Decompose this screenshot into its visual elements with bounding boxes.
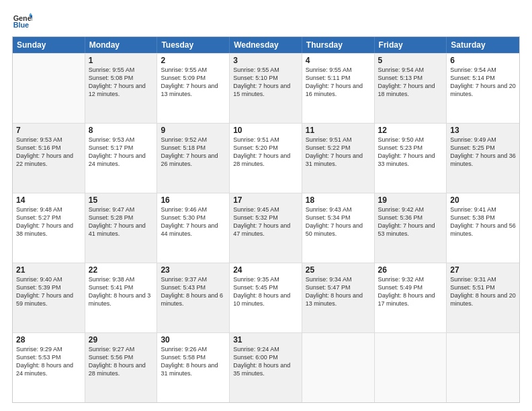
daylight-text: Daylight: 7 hours and 50 minutes. (306, 222, 371, 238)
sunset-text: Sunset: 5:20 PM (233, 144, 298, 152)
sunset-text: Sunset: 5:56 PM (89, 353, 154, 361)
calendar-body: 1Sunrise: 9:55 AMSunset: 5:08 PMDaylight… (13, 53, 519, 402)
day-number: 13 (450, 126, 516, 135)
sunset-text: Sunset: 5:13 PM (378, 74, 443, 82)
sunset-text: Sunset: 5:34 PM (306, 214, 371, 222)
daylight-text: Daylight: 8 hours and 20 minutes. (450, 291, 516, 308)
table-row: 23Sunrise: 9:37 AMSunset: 5:43 PMDayligh… (157, 263, 230, 332)
table-row: 16Sunrise: 9:46 AMSunset: 5:30 PMDayligh… (157, 193, 230, 263)
day-number: 3 (233, 56, 298, 65)
day-header-saturday: Saturday (447, 37, 519, 53)
sunset-text: Sunset: 5:30 PM (161, 214, 226, 222)
sunrise-text: Sunrise: 9:32 AM (378, 275, 443, 283)
day-number: 17 (233, 195, 298, 205)
sunrise-text: Sunrise: 9:55 AM (161, 66, 226, 74)
day-number: 9 (161, 126, 226, 135)
sunset-text: Sunset: 6:00 PM (233, 353, 298, 361)
daylight-text: Daylight: 7 hours and 56 minutes. (450, 222, 516, 238)
svg-text:Blue: Blue (13, 21, 29, 29)
day-number: 1 (89, 56, 154, 65)
sunrise-text: Sunrise: 9:55 AM (306, 66, 371, 74)
day-number: 29 (89, 335, 154, 345)
sunset-text: Sunset: 5:18 PM (161, 144, 226, 152)
day-number: 28 (16, 335, 81, 345)
sunset-text: Sunset: 5:36 PM (378, 214, 443, 222)
table-row (447, 333, 519, 402)
day-number: 14 (16, 195, 81, 205)
day-number: 2 (161, 56, 226, 65)
sunset-text: Sunset: 5:49 PM (378, 283, 443, 291)
sunrise-text: Sunrise: 9:42 AM (378, 205, 443, 214)
daylight-text: Daylight: 7 hours and 41 minutes. (89, 222, 154, 238)
table-row: 7Sunrise: 9:53 AMSunset: 5:16 PMDaylight… (13, 124, 85, 193)
day-number: 16 (161, 195, 226, 205)
sunrise-text: Sunrise: 9:45 AM (233, 205, 298, 214)
day-number: 7 (16, 126, 81, 135)
day-number: 12 (378, 126, 443, 135)
day-header-wednesday: Wednesday (230, 37, 302, 53)
sunrise-text: Sunrise: 9:31 AM (450, 275, 516, 283)
sunrise-text: Sunrise: 9:34 AM (306, 275, 371, 283)
calendar-week-4: 21Sunrise: 9:40 AMSunset: 5:39 PMDayligh… (13, 263, 519, 332)
sunrise-text: Sunrise: 9:55 AM (89, 66, 154, 74)
table-row: 17Sunrise: 9:45 AMSunset: 5:32 PMDayligh… (230, 193, 302, 263)
daylight-text: Daylight: 8 hours and 17 minutes. (378, 291, 443, 308)
calendar-header: SundayMondayTuesdayWednesdayThursdayFrid… (13, 37, 519, 53)
table-row: 30Sunrise: 9:26 AMSunset: 5:58 PMDayligh… (157, 333, 230, 402)
day-number: 26 (378, 265, 443, 275)
table-row: 28Sunrise: 9:29 AMSunset: 5:53 PMDayligh… (13, 333, 85, 402)
calendar-week-5: 28Sunrise: 9:29 AMSunset: 5:53 PMDayligh… (13, 332, 519, 402)
sunrise-text: Sunrise: 9:49 AM (450, 136, 516, 144)
daylight-text: Daylight: 7 hours and 59 minutes. (16, 291, 81, 308)
sunset-text: Sunset: 5:09 PM (161, 74, 226, 82)
sunset-text: Sunset: 5:22 PM (306, 144, 371, 152)
daylight-text: Daylight: 7 hours and 31 minutes. (306, 152, 371, 168)
table-row: 10Sunrise: 9:51 AMSunset: 5:20 PMDayligh… (230, 124, 302, 193)
sunrise-text: Sunrise: 9:51 AM (233, 136, 298, 144)
sunrise-text: Sunrise: 9:35 AM (233, 275, 298, 283)
calendar: SundayMondayTuesdayWednesdayThursdayFrid… (12, 36, 520, 403)
sunrise-text: Sunrise: 9:54 AM (378, 66, 443, 74)
daylight-text: Daylight: 7 hours and 28 minutes. (233, 152, 298, 168)
daylight-text: Daylight: 7 hours and 53 minutes. (378, 222, 443, 238)
sunset-text: Sunset: 5:38 PM (450, 214, 516, 222)
day-number: 11 (306, 126, 371, 135)
sunset-text: Sunset: 5:28 PM (89, 214, 154, 222)
daylight-text: Daylight: 8 hours and 10 minutes. (233, 291, 298, 308)
sunset-text: Sunset: 5:17 PM (89, 144, 154, 152)
day-number: 31 (233, 335, 298, 345)
sunrise-text: Sunrise: 9:43 AM (306, 205, 371, 214)
day-number: 8 (89, 126, 154, 135)
sunrise-text: Sunrise: 9:41 AM (450, 205, 516, 214)
table-row: 22Sunrise: 9:38 AMSunset: 5:41 PMDayligh… (85, 263, 158, 332)
daylight-text: Daylight: 7 hours and 33 minutes. (378, 152, 443, 168)
sunset-text: Sunset: 5:43 PM (161, 283, 226, 291)
day-number: 27 (450, 265, 516, 275)
sunset-text: Sunset: 5:58 PM (161, 353, 226, 361)
table-row: 13Sunrise: 9:49 AMSunset: 5:25 PMDayligh… (447, 124, 519, 193)
sunrise-text: Sunrise: 9:37 AM (161, 275, 226, 283)
daylight-text: Daylight: 8 hours and 6 minutes. (161, 291, 226, 308)
sunrise-text: Sunrise: 9:29 AM (16, 345, 81, 353)
table-row (302, 333, 375, 402)
calendar-week-3: 14Sunrise: 9:48 AMSunset: 5:27 PMDayligh… (13, 193, 519, 263)
sunset-text: Sunset: 5:16 PM (16, 144, 81, 152)
daylight-text: Daylight: 7 hours and 47 minutes. (233, 222, 298, 238)
daylight-text: Daylight: 7 hours and 38 minutes. (16, 222, 81, 238)
daylight-text: Daylight: 7 hours and 15 minutes. (233, 82, 298, 98)
table-row: 27Sunrise: 9:31 AMSunset: 5:51 PMDayligh… (447, 263, 519, 332)
table-row (375, 333, 447, 402)
sunset-text: Sunset: 5:41 PM (89, 283, 154, 291)
day-number: 24 (233, 265, 298, 275)
sunset-text: Sunset: 5:08 PM (89, 74, 154, 82)
table-row: 25Sunrise: 9:34 AMSunset: 5:47 PMDayligh… (302, 263, 375, 332)
daylight-text: Daylight: 8 hours and 3 minutes. (89, 291, 154, 308)
day-header-monday: Monday (85, 37, 158, 53)
daylight-text: Daylight: 7 hours and 24 minutes. (89, 152, 154, 168)
day-header-sunday: Sunday (13, 37, 85, 53)
calendar-page: General Blue SundayMondayTuesdayWednesda… (0, 0, 532, 411)
table-row: 20Sunrise: 9:41 AMSunset: 5:38 PMDayligh… (447, 193, 519, 263)
table-row: 6Sunrise: 9:54 AMSunset: 5:14 PMDaylight… (447, 54, 519, 123)
sunrise-text: Sunrise: 9:50 AM (378, 136, 443, 144)
day-number: 23 (161, 265, 226, 275)
